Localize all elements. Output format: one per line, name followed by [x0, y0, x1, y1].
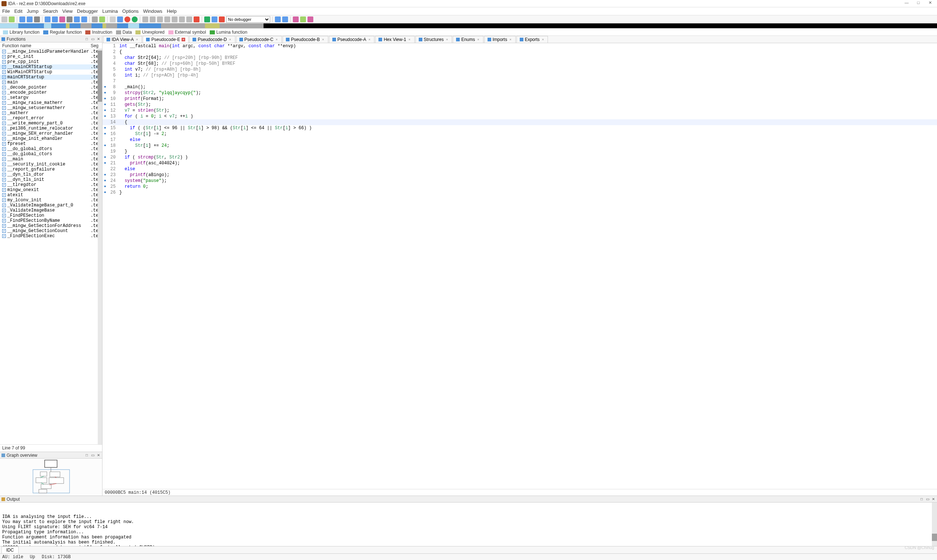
t2-icon[interactable]	[150, 17, 155, 22]
breakpoint-gutter[interactable]	[103, 108, 108, 114]
breakpoint-gutter[interactable]	[103, 172, 108, 178]
code-line[interactable]: 1int __fastcall main(int argc, const cha…	[103, 43, 937, 49]
code-line[interactable]: 4 char Str[68]; // [rsp+60h] [rbp-50h] B…	[103, 61, 937, 67]
menu-view[interactable]: View	[62, 8, 72, 14]
code-line[interactable]: 19 }	[103, 149, 937, 154]
t5-icon[interactable]	[172, 17, 177, 22]
code-line[interactable]: 5 int v7; // [rsp+A8h] [rbp-8h]	[103, 67, 937, 72]
code-line[interactable]: 7	[103, 78, 937, 84]
function-row[interactable]: f__report_error.te	[0, 115, 102, 121]
tab-close-button[interactable]: ×	[509, 38, 512, 42]
breakpoint-gutter[interactable]	[103, 166, 108, 172]
menu-windows[interactable]: Windows	[143, 8, 163, 14]
panel-restore-button[interactable]: ▭	[91, 37, 95, 42]
function-row[interactable]: f_decode_pointer.te	[0, 85, 102, 90]
breakpoint-gutter[interactable]	[103, 72, 108, 78]
function-row[interactable]: fmingw_onexit.te	[0, 188, 102, 192]
output-restore-button[interactable]: ▭	[925, 497, 930, 502]
play-icon[interactable]	[204, 17, 210, 22]
function-row[interactable]: f__report_gsfailure.te	[0, 167, 102, 172]
breakpoint-gutter[interactable]	[103, 114, 108, 119]
function-row[interactable]: f__mingw_init_ehandler.te	[0, 136, 102, 141]
t6-icon[interactable]	[179, 17, 185, 22]
graph-restore-button[interactable]: ▭	[91, 453, 95, 457]
tool3-icon[interactable]	[59, 17, 65, 22]
code-line[interactable]: 23 printf(aBingo);	[103, 172, 937, 178]
breakpoint-gutter[interactable]	[103, 90, 108, 96]
debugger-select[interactable]: No debugger	[226, 16, 270, 23]
code-line[interactable]: 13 for ( i = 0; i < v7; ++i )	[103, 114, 937, 119]
breakpoint-gutter[interactable]	[103, 131, 108, 137]
output-text[interactable]: IDA is analysing the input file...You ma…	[0, 503, 937, 546]
nav-segment[interactable]	[117, 23, 128, 28]
function-row[interactable]: f__mingw_GetSectionForAddress.te	[0, 223, 102, 228]
graph-close-button[interactable]: ✕	[96, 453, 101, 457]
function-row[interactable]: fmainCRTStartup.te	[0, 75, 102, 80]
panel-close-button[interactable]: ✕	[96, 37, 101, 42]
go-icon[interactable]	[132, 17, 138, 22]
record-icon[interactable]	[125, 17, 130, 22]
output-close-button[interactable]: ✕	[931, 497, 935, 502]
breakpoint-gutter[interactable]	[103, 55, 108, 61]
code-line[interactable]: 26}	[103, 189, 937, 195]
tab-close-button[interactable]: ×	[135, 38, 139, 42]
tool8-icon[interactable]	[110, 17, 115, 22]
code-line[interactable]: 12 v7 = strlen(Str);	[103, 108, 937, 114]
tool1-icon[interactable]	[45, 17, 51, 22]
function-row[interactable]: f_setargv.te	[0, 95, 102, 100]
maximize-button[interactable]: □	[913, 0, 924, 7]
nav-segment[interactable]	[106, 23, 117, 28]
function-row[interactable]: f_matherr.te	[0, 111, 102, 115]
function-row[interactable]: f__mingw_setusermatherr.te	[0, 105, 102, 111]
code-line[interactable]: 11 gets(Str);	[103, 102, 937, 108]
function-row[interactable]: f__do_global_dtors.te	[0, 146, 102, 152]
menu-search[interactable]: Search	[43, 8, 58, 14]
close-button[interactable]: ✕	[925, 0, 935, 7]
nav-segment[interactable]	[91, 23, 103, 28]
nav-segment[interactable]	[66, 23, 69, 28]
breakpoint-gutter[interactable]	[103, 84, 108, 90]
nav-segment[interactable]	[103, 23, 106, 28]
tab-close-button[interactable]: ×	[477, 38, 480, 42]
tab-close-button[interactable]: ×	[368, 38, 371, 42]
function-row[interactable]: fatexit.te	[0, 192, 102, 198]
tool5-icon[interactable]	[74, 17, 80, 22]
function-row[interactable]: f__mingw_GetSectionCount.te	[0, 228, 102, 234]
minimize-button[interactable]: —	[901, 0, 912, 7]
code-line[interactable]: 6 int i; // [rsp+ACh] [rbp-4h]	[103, 72, 937, 78]
function-row[interactable]: f__mingw_SEH_error_handler.te	[0, 131, 102, 136]
function-row[interactable]: f__main.te	[0, 157, 102, 162]
code-line[interactable]: 16 Str[i] -= 2;	[103, 131, 937, 137]
function-row[interactable]: f_FindPESection.te	[0, 213, 102, 218]
tab-close-button[interactable]: ×	[228, 38, 232, 42]
function-row[interactable]: f__write_memory_part_0.te	[0, 121, 102, 126]
menu-edit[interactable]: Edit	[14, 8, 22, 14]
t7-icon[interactable]	[186, 17, 192, 22]
breakpoint-gutter[interactable]	[103, 119, 108, 125]
nav-segment[interactable]	[139, 23, 161, 28]
t3-icon[interactable]	[157, 17, 163, 22]
tab-close-button[interactable]: ×	[182, 38, 185, 42]
code-line[interactable]: 17 else	[103, 137, 937, 143]
breakpoint-gutter[interactable]	[103, 125, 108, 131]
tool6-icon[interactable]	[81, 17, 87, 22]
navigation-band[interactable]	[0, 23, 937, 29]
code-line[interactable]: 25 return 0;	[103, 184, 937, 189]
code-line[interactable]: 14 {	[103, 119, 937, 125]
breakpoint-gutter[interactable]	[103, 160, 108, 166]
idc-tab[interactable]: IDC	[2, 546, 18, 554]
t1-icon[interactable]	[142, 17, 148, 22]
code-editor[interactable]: 1int __fastcall main(int argc, const cha…	[103, 43, 937, 489]
breakpoint-gutter[interactable]	[103, 96, 108, 102]
pause-icon[interactable]	[212, 17, 217, 22]
breakpoint-gutter[interactable]	[103, 154, 108, 160]
nav-segment[interactable]	[18, 23, 44, 28]
code-line[interactable]: 3 char Str2[64]; // [rsp+20h] [rbp-90h] …	[103, 55, 937, 61]
function-row[interactable]: fpre_c_init.te	[0, 54, 102, 59]
function-row[interactable]: fmain.te	[0, 80, 102, 85]
tab-enums[interactable]: Enums×	[453, 36, 483, 43]
code-line[interactable]: 2{	[103, 49, 937, 55]
tab-close-button[interactable]: ×	[408, 38, 411, 42]
tab-close-button[interactable]: ×	[541, 38, 545, 42]
breakpoint-gutter[interactable]	[103, 78, 108, 84]
